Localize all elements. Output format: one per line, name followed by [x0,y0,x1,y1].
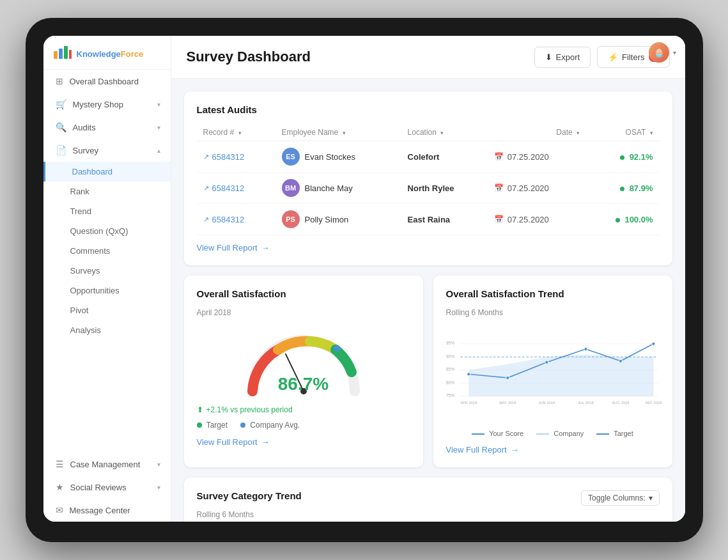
svg-point-24 [467,373,470,376]
your-score-legend: Your Score [472,430,523,437]
sidebar-item-analysis[interactable]: Analysis [43,320,171,340]
sidebar-item-message-center[interactable]: ✉ Message Center [43,499,171,522]
sidebar-item-overall-dashboard[interactable]: ⊞ Overall Dashboard [43,70,171,93]
document-icon: 📄 [56,145,66,155]
chevron-down-icon: ▾ [673,49,676,56]
target-dot [197,423,202,428]
record-link[interactable]: ↗6584312 [203,152,269,162]
page-title: Survey Dashboard [187,49,311,65]
svg-text:JUN
2018: JUN 2018 [538,401,555,405]
category-trend-card: Survey Category Trend Rolling 6 Months T… [184,478,672,522]
svg-rect-2 [64,46,68,59]
export-button[interactable]: ⬇ Export [534,47,591,68]
calendar-icon: 📅 [494,183,504,192]
svg-text:APR
2018: APR 2018 [460,401,477,405]
grid-icon: ⊞ [56,76,63,86]
svg-text:JUL
2018: JUL 2018 [578,401,593,405]
chevron-down-icon: ▾ [157,101,160,108]
trend-subtitle: Rolling 6 Months [446,308,660,317]
audit-table: Record # ▾ Employee Name ▾ Location ▾ [197,124,660,235]
date-value: 07.25.2020 [507,152,549,162]
record-link[interactable]: ↗6584312 [203,183,269,193]
chevron-down-icon: ▾ [157,461,160,468]
svg-rect-1 [59,49,63,59]
employee-cell: BM Blanche May [282,179,395,197]
chevron-down-icon: ▾ [649,494,653,502]
toggle-columns-button[interactable]: Toggle Columns: ▾ [581,490,659,506]
svg-point-28 [619,359,622,362]
view-full-report-link[interactable]: View Full Report → [197,243,660,253]
sidebar-item-trend[interactable]: Trend [43,201,171,221]
user-avatar[interactable]: 🧁 ▾ [649,42,676,63]
employee-name: Evan Stockes [305,152,356,162]
trend-chart-card: Overall Satisfaction Trend Rolling 6 Mon… [433,276,672,467]
sort-icon: ▾ [238,130,242,136]
location-cell: North Rylee [401,173,488,204]
sidebar-item-mystery-shop[interactable]: 🛒 Mystery Shop ▾ [43,93,171,116]
osat-cell: 92.1% [586,141,659,173]
sidebar-item-dashboard[interactable]: Dashboard [43,162,171,182]
mail-icon: ✉ [56,505,63,515]
sidebar-item-pivot[interactable]: Pivot [43,300,171,320]
sidebar-item-question[interactable]: Question (QxQ) [43,221,171,241]
col-employee[interactable]: Employee Name ▾ [275,124,401,141]
chevron-down-icon: ▾ [157,124,160,131]
table-row: ↗6584312 ES Evan Stockes Colefort 📅 07.2… [197,141,660,173]
sidebar-item-label: Social Reviews [70,483,127,492]
target-legend: Target [596,430,633,437]
latest-audits-card: Latest Audits Record # ▾ Employee Name [184,91,672,265]
sidebar-item-survey[interactable]: 📄 Survey ▴ [43,139,171,162]
osat-value: 92.1% [630,152,653,162]
line-icon [472,433,484,435]
col-location[interactable]: Location ▾ [401,124,488,141]
sidebar-item-rank[interactable]: Rank [43,182,171,201]
top-bar: Survey Dashboard ⬇ Export ⚡ Filters 2 🧁 … [171,36,685,79]
gauge-legend: Target Company Avg. [197,421,410,430]
link-icon: ↗ [203,184,209,192]
category-header: Survey Category Trend Rolling 6 Months T… [197,490,660,519]
arrow-right-icon: → [511,445,519,455]
svg-text:90%: 90% [446,354,454,359]
gauge-change: ⬆ +2.1% vs previous period [197,405,410,414]
sidebar-item-case-management[interactable]: ☰ Case Management ▾ [43,453,171,476]
record-link[interactable]: ↗6584312 [203,215,269,224]
osat-value: 87.9% [630,183,653,193]
date-cell: 📅 07.25.2020 [488,173,586,204]
sidebar-item-social-reviews[interactable]: ★ Social Reviews ▾ [43,476,171,499]
logo-area: KnowledgeForce [43,36,171,70]
arrow-right-icon: → [261,437,270,447]
col-date[interactable]: Date ▾ [488,124,586,141]
overall-satisfaction-card: Overall Satisfaction April 2018 [184,276,423,467]
link-icon: ↗ [203,215,209,224]
svg-rect-0 [54,51,58,59]
search-icon: 🔍 [56,122,66,132]
employee-cell: PS Polly Simon [282,210,395,228]
sidebar-item-label: Case Management [70,460,141,469]
svg-text:75%: 75% [446,393,454,398]
view-full-report-link-trend[interactable]: View Full Report → [446,445,660,455]
svg-text:95%: 95% [446,341,454,345]
avatar: 🧁 [649,42,669,63]
col-osat[interactable]: OSAT ▾ [586,124,659,141]
date-value: 07.25.2020 [507,183,549,193]
svg-point-29 [651,342,654,345]
calendar-icon: 📅 [494,152,504,161]
avatar: BM [282,179,300,197]
arrow-right-icon: → [261,243,270,253]
col-record[interactable]: Record # ▾ [197,124,275,141]
overall-satisfaction-title: Overall Satisfaction [197,288,410,299]
sidebar-item-audits[interactable]: 🔍 Audits ▾ [43,116,171,139]
osat-value: 100.0% [624,215,653,224]
sidebar-item-opportunities[interactable]: Opportunities [43,281,171,300]
sidebar-item-comments[interactable]: Comments [43,241,171,261]
view-full-report-link-osat[interactable]: View Full Report → [197,437,410,447]
green-dot [616,218,620,222]
svg-point-6 [334,345,340,352]
company-legend: Company Avg. [240,421,300,430]
table-row: ↗6584312 BM Blanche May North Rylee 📅 07… [197,173,660,204]
up-icon: ⬆ [197,405,203,414]
sidebar-item-surveys[interactable]: Surveys [43,261,171,281]
svg-text:80%: 80% [446,380,454,385]
sidebar-item-label: Survey [73,146,98,155]
area-icon [536,433,549,435]
